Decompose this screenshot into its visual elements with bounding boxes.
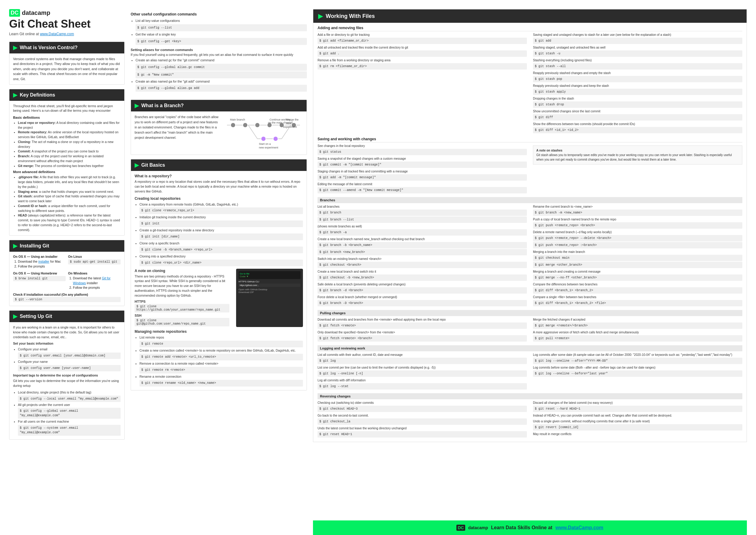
list-item: Clone only a specific branch $ git clone… [139,241,303,253]
branch-item: Create a new local branch named new_bran… [318,237,527,255]
branches-grid: List all branches $ git branch $ git bra… [318,204,742,308]
version-control-title: What is Version Control? [20,45,77,50]
list-item: Branch: A copy of the project used for w… [18,154,121,164]
basic-info-title: Set your basic information [13,341,121,346]
code-block: $ git init [139,220,303,227]
setup-intro: If you are working in a team on a single… [13,325,121,339]
footer-learn-text: Learn Data Skills Online at [491,525,553,530]
footer-bar: DC datacamp Learn Data Skills Online at … [313,521,747,535]
config-commands: Other useful configuration commands List… [131,12,307,92]
code-block: $ git diff [533,114,742,121]
save-item: Saving a snapshot of the staged changes … [318,156,527,168]
code-block: $ git stash -u [533,50,742,57]
ssh-code: $ git clone git@github.com:user_name/rep… [135,318,229,326]
code-block: $ git remote add <remote> <url_to_remote… [139,354,303,360]
setting-up-git-section: ▶ Setting Up Git If you are working in a… [9,310,125,440]
footer-brand: datacamp [468,525,488,530]
learn-online-link[interactable]: www.DataCamp.com [40,32,74,36]
code-block: $ git reset HEAD~1 [318,431,527,437]
list-item: Download the latest Git for Windows inst… [73,276,121,286]
code-block: $ git log --oneline --before="last year" [533,370,742,377]
setting-up-git-title: Setting Up Git [20,314,52,319]
saving-grid: See changes in the local repository $ gi… [318,144,742,195]
code-block: $ git log --oneline --after="YYYY-MM-DD" [533,358,742,364]
basic-defs-list: Local repo or repository: A local direct… [13,121,121,169]
code-block: $ git merge --no-ff <other_branch> [533,274,742,281]
windows-steps: Download the latest Git for Windows inst… [68,276,121,290]
add-item: Saving staged and unstaged changes to st… [533,33,742,44]
page-title: Git Cheat Sheet [9,18,125,30]
footer-learn-link[interactable]: www.DataCamp.com [556,525,603,530]
osx-brew: On OS X — Using Homebrew $ brew install … [13,271,66,290]
code-block: $ git branch -a [318,229,527,236]
add-item: Reapply previously stashed changes and e… [533,71,742,82]
linux-code: $ sudo apt-get install git [68,259,121,265]
git-basics-body: What is a repository? A repository or a … [131,171,307,390]
branch-item: Compare a single <file> between two bran… [533,295,742,306]
svg-text:on the main channel: on the main channel [268,121,293,124]
code-block: $ git config user.email [your.email@doma… [18,352,121,359]
branch-title: What is a Branch? [141,103,184,108]
branch-item: Create a new local branch and switch int… [318,269,527,281]
pulling-right: Merge the fetched changes if accepted $ … [533,317,742,343]
adding-right: Saving staged and unstaged changes to st… [533,33,742,134]
arrow-icon-sg: ▶ [13,313,17,320]
log-item: List one commit per line (can be used to… [318,365,527,377]
list-item: Cloning into a specified directory $ git… [139,254,303,266]
list-item: HEAD (always capitalized letters): a ref… [18,213,121,232]
clone-note-title: A note on cloning [135,269,229,273]
list-item: All git projects under the current user … [18,403,121,419]
clone-mockup: Go to file Code ▼ HTTPS GitHub CLI https… [236,269,303,327]
code-block: $ git log --oneline [-n] [318,370,527,377]
linux-install: On Linux $ sudo apt-get install git [68,255,121,269]
basic-info-list: Configure your email $ git config user.e… [13,347,121,371]
reverse-item: Undo a single given commit, without modi… [533,419,742,431]
code-block: $ git add . [318,50,527,57]
stash-note: A note on stashes Git stash allows you t… [533,145,742,165]
logo-area: DC datacamp Git Cheat Sheet Learn Git on… [9,9,125,36]
code-block: $ git config --get <key> [136,38,307,45]
branches-subsection-header: Branches [318,197,742,203]
code-block: $ git merge <other_branch> [533,262,742,268]
osx-installer-title: On OS X — Using an installer [13,255,66,258]
branch-item: Switch into an existing branch named <br… [318,257,527,268]
list-item: Local repo or repository: A local direct… [18,121,121,130]
reverse-item: Go back to the second-to-last commit. $ … [318,413,527,425]
learn-online-text: Learn Git online at www.DataCamp.com [9,32,125,36]
ssh-title: SSH [135,314,229,317]
code-block: $ git checkout HEAD~3 [318,406,527,412]
setting-up-git-header: ▶ Setting Up Git [10,311,124,322]
reversing-grid: Checking out (switching to) older commit… [318,401,742,439]
osx-installer-steps: Download the installer for Mac Follow th… [13,259,66,269]
logging-grid: List all commits with their author, comm… [318,352,742,391]
save-item: Staging changes in all tracked files and… [318,169,527,181]
scope-list: Local directory, single project (this is… [13,390,121,436]
pulling-subsection-header: Pulling changes [318,310,742,316]
code-block: $ git pull <remote> [533,335,742,342]
adding-removing-title: Adding and removing files [318,26,742,31]
list-item: Create an alias named gc for the "git co… [136,58,307,78]
version-control-header: ▶ What is Version Control? [10,42,124,53]
log-item: Log all commits with diff information $ … [318,378,527,390]
reverse-item: Discard all changes of the latest commit… [533,401,742,412]
code-block: $ git add [533,38,742,44]
branches-right: Rename the current branch to <new_name> … [533,204,742,308]
code-block: $ git log [318,358,527,364]
aliases-section: Setting aliases for common commands If y… [131,48,307,92]
code-block: $ git config user.name [your-user-name] [18,365,121,371]
check-install: Check if installation successful (On any… [13,293,121,302]
code-block: $ git branch -m <new_name> [533,210,742,216]
reversing-left: Checking out (switching to) older commit… [318,401,527,439]
add-item: Add all untracked and tracked files insi… [318,45,527,57]
key-definitions-header: ▶ Key Definitions [10,89,124,101]
code-block: $ git checkout <branch> [318,262,527,268]
aliases-intro: If you find yourself using a command fre… [131,53,307,56]
installing-git-body: On OS X — Using an installer Download th… [10,252,124,306]
list-item: List all key-value configurations $ git … [136,18,307,31]
list-item: Cloning: The act of making a clone or co… [18,140,121,149]
save-item: See changes in the local repository $ gi… [318,144,527,155]
installing-git-header: ▶ Installing Git [10,240,124,252]
list-item: Commit ID or hash: a unique identifier f… [18,204,121,213]
svg-text:experiment: experiment [283,126,297,128]
code-block: $ git branch -b <branch_name> [318,242,527,248]
